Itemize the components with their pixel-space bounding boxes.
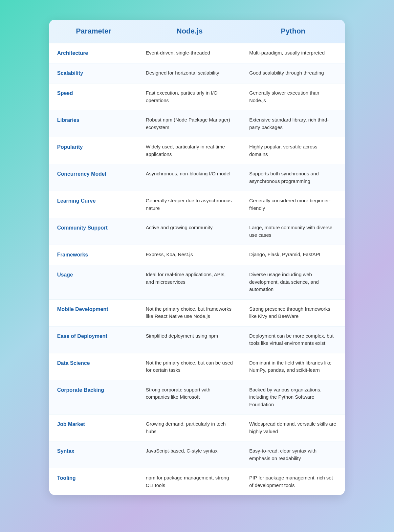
- table-row: Community SupportActive and growing comm…: [49, 218, 345, 245]
- table-row: Toolingnpm for package management, stron…: [49, 468, 345, 495]
- cell-python: Generally slower execution than Node.js: [241, 83, 345, 110]
- cell-parameter: Concurrency Model: [49, 164, 138, 191]
- cell-nodejs: Asynchronous, non-blocking I/O model: [138, 164, 241, 191]
- cell-nodejs: Ideal for real-time applications, APIs, …: [138, 265, 241, 299]
- cell-python: Multi-paradigm, usually interpreted: [241, 43, 345, 63]
- header-parameter: Parameter: [49, 20, 138, 43]
- cell-parameter: Usage: [49, 265, 138, 299]
- table-row: PopularityWidely used, particularly in r…: [49, 137, 345, 164]
- cell-parameter: Scalability: [49, 63, 138, 83]
- cell-nodejs: Simplified deployment using npm: [138, 326, 241, 353]
- cell-python: Backed by various organizations, includi…: [241, 380, 345, 414]
- cell-parameter: Syntax: [49, 441, 138, 468]
- cell-python: Dominant in the field with libraries lik…: [241, 353, 345, 380]
- table-row: SpeedFast execution, particularly in I/O…: [49, 83, 345, 110]
- cell-python: Supports both synchronous and asynchrono…: [241, 164, 345, 191]
- cell-python: Diverse usage including web development,…: [241, 265, 345, 299]
- cell-parameter: Tooling: [49, 468, 138, 495]
- cell-nodejs: Generally steeper due to asynchronous na…: [138, 191, 241, 218]
- cell-nodejs: JavaScript-based, C-style syntax: [138, 441, 241, 468]
- cell-parameter: Community Support: [49, 218, 138, 245]
- cell-python: Deployment can be more complex, but tool…: [241, 326, 345, 353]
- cell-python: Widespread demand, versatile skills are …: [241, 414, 345, 441]
- cell-parameter: Popularity: [49, 137, 138, 164]
- cell-parameter: Speed: [49, 83, 138, 110]
- cell-python: Easy-to-read, clear syntax with emphasis…: [241, 441, 345, 468]
- table-row: ArchitectureEvent-driven, single-threade…: [49, 43, 345, 63]
- table-row: Data ScienceNot the primary choice, but …: [49, 353, 345, 380]
- cell-parameter: Frameworks: [49, 245, 138, 265]
- cell-nodejs: Growing demand, particularly in tech hub…: [138, 414, 241, 441]
- comparison-table: Parameter Node.js Python ArchitectureEve…: [49, 20, 345, 495]
- header-python: Python: [241, 20, 345, 43]
- table-row: Corporate BackingStrong corporate suppor…: [49, 380, 345, 414]
- cell-nodejs: Designed for horizontal scalability: [138, 63, 241, 83]
- cell-nodejs: Fast execution, particularly in I/O oper…: [138, 83, 241, 110]
- cell-nodejs: npm for package management, strong CLI t…: [138, 468, 241, 495]
- cell-parameter: Libraries: [49, 110, 138, 137]
- cell-python: Strong presence through frameworks like …: [241, 299, 345, 326]
- cell-parameter: Data Science: [49, 353, 138, 380]
- cell-nodejs: Robust npm (Node Package Manager) ecosys…: [138, 110, 241, 137]
- cell-nodejs: Widely used, particularly in real-time a…: [138, 137, 241, 164]
- cell-nodejs: Event-driven, single-threaded: [138, 43, 241, 63]
- header-nodejs: Node.js: [138, 20, 241, 43]
- cell-nodejs: Active and growing community: [138, 218, 241, 245]
- table-row: Mobile DevelopmentNot the primary choice…: [49, 299, 345, 326]
- cell-python: Good scalability through threading: [241, 63, 345, 83]
- table-header-row: Parameter Node.js Python: [49, 20, 345, 43]
- cell-python: Generally considered more beginner-frien…: [241, 191, 345, 218]
- cell-python: PIP for package management, rich set of …: [241, 468, 345, 495]
- table-row: Job MarketGrowing demand, particularly i…: [49, 414, 345, 441]
- cell-parameter: Corporate Backing: [49, 380, 138, 414]
- cell-python: Highly popular, versatile across domains: [241, 137, 345, 164]
- cell-parameter: Mobile Development: [49, 299, 138, 326]
- table-row: UsageIdeal for real-time applications, A…: [49, 265, 345, 299]
- table-row: SyntaxJavaScript-based, C-style syntaxEa…: [49, 441, 345, 468]
- table-row: Concurrency ModelAsynchronous, non-block…: [49, 164, 345, 191]
- table-row: FrameworksExpress, Koa, Nest.jsDjango, F…: [49, 245, 345, 265]
- cell-parameter: Architecture: [49, 43, 138, 63]
- table-row: Learning CurveGenerally steeper due to a…: [49, 191, 345, 218]
- cell-parameter: Learning Curve: [49, 191, 138, 218]
- cell-parameter: Job Market: [49, 414, 138, 441]
- cell-nodejs: Express, Koa, Nest.js: [138, 245, 241, 265]
- cell-python: Extensive standard library, rich third-p…: [241, 110, 345, 137]
- cell-python: Django, Flask, Pyramid, FastAPI: [241, 245, 345, 265]
- cell-python: Large, mature community with diverse use…: [241, 218, 345, 245]
- cell-parameter: Ease of Deployment: [49, 326, 138, 353]
- table-row: LibrariesRobust npm (Node Package Manage…: [49, 110, 345, 137]
- cell-nodejs: Not the primary choice, but can be used …: [138, 353, 241, 380]
- cell-nodejs: Strong corporate support with companies …: [138, 380, 241, 414]
- table-row: Ease of DeploymentSimplified deployment …: [49, 326, 345, 353]
- cell-nodejs: Not the primary choice, but frameworks l…: [138, 299, 241, 326]
- table-row: ScalabilityDesigned for horizontal scala…: [49, 63, 345, 83]
